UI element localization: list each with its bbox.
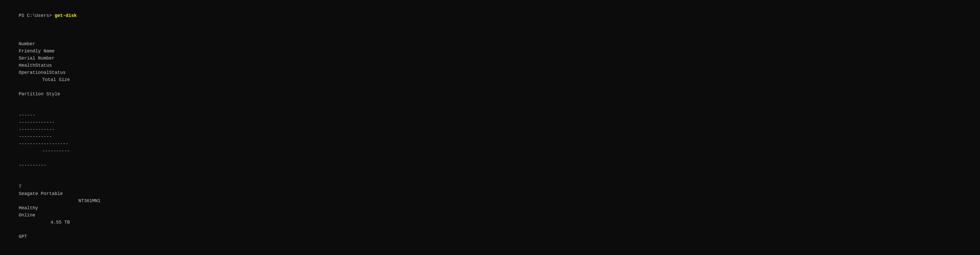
- sep-opstat: ------------------: [19, 140, 121, 148]
- row7-part: GPT: [19, 234, 27, 239]
- col-serial-header: Serial Number: [19, 55, 111, 62]
- first-command-line: PS C:\Users> get-disk: [8, 5, 972, 27]
- col-part-header: Partition Style: [19, 91, 60, 97]
- row7-size: 4.55 TB: [19, 219, 70, 226]
- row7-friendly: Seagate Portable: [19, 190, 182, 198]
- sep-number: ------: [19, 112, 39, 119]
- sep-spacer: [19, 155, 29, 162]
- row7-opstat: Online: [19, 212, 121, 219]
- row7-serial: NT361MN1: [19, 198, 111, 205]
- col-number-header: Number: [19, 41, 39, 48]
- blank-line-1: [8, 27, 972, 34]
- row7-number: 7: [19, 183, 39, 190]
- row7-spacer: [19, 226, 29, 233]
- sep-size: ----------: [19, 148, 70, 155]
- col-size-header: Total Size: [19, 76, 70, 84]
- prompt-text: PS C:\Users>: [19, 13, 54, 18]
- terminal: PS C:\Users> get-disk Number Friendly Na…: [8, 5, 972, 255]
- sep-serial: -------------: [19, 126, 111, 133]
- col-friendly-header: Friendly Name: [19, 48, 182, 55]
- table1-row-7: 7 Seagate Portable NT361MN1 Healthy Onli…: [8, 176, 972, 247]
- sep-part: ----------: [19, 163, 46, 168]
- col-opstat-header: OperationalStatus: [19, 69, 121, 76]
- sep-health: ------------: [19, 133, 80, 140]
- row7-health: Healthy: [19, 205, 80, 212]
- table1-header: Number Friendly Name Serial Number Healt…: [8, 34, 972, 105]
- table1-separator: ------ ------------- ------------- -----…: [8, 105, 972, 176]
- col-health-header: HealthStatus: [19, 62, 80, 69]
- table1-row-5: 5 Generic STORAGE DEVICE 000000001206 He…: [8, 247, 972, 255]
- col-size-spacer: [19, 84, 29, 91]
- command-keyword: get-disk: [55, 13, 77, 18]
- sep-friendly: -------------: [19, 119, 182, 126]
